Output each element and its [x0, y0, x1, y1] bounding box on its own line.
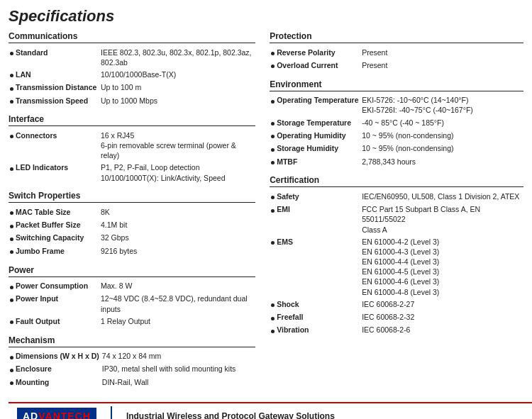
table-row: FreefallIEC 60068-2-32 — [270, 311, 523, 324]
spec-value: IEC/EN60950, UL508, Class 1 Division 2, … — [360, 190, 523, 203]
bullet-icon — [10, 286, 13, 289]
bullet-icon — [271, 52, 275, 55]
table-row: StandardIEEE 802.3, 802.3u, 802.3x, 802.… — [9, 46, 255, 68]
table-row: SafetyIEC/EN60950, UL508, Class 1 Divisi… — [270, 190, 523, 203]
table-row: MAC Table Size8K — [9, 206, 255, 218]
page-title: Specifications — [9, 7, 523, 26]
section-title-environment: Environment — [270, 79, 523, 91]
left-column: CommunicationsStandardIEEE 802.3, 802.3u… — [9, 31, 262, 389]
spec-label: Transmission Distance — [14, 82, 99, 94]
bullet-icon — [271, 330, 275, 333]
bullet-icon — [271, 161, 275, 164]
spec-value: 10 ~ 95% (non-condensing) — [360, 143, 523, 155]
bullet-icon — [10, 100, 13, 104]
spec-value: FCC Part 15 Subpart B Class A, EN 55011/… — [360, 203, 523, 236]
table-row: EnclosureIP30, metal shell with solid mo… — [9, 363, 255, 376]
spec-value: 8K — [99, 206, 255, 218]
spec-value: 9216 bytes — [99, 245, 255, 257]
bullet-icon — [10, 135, 13, 138]
table-row: Power ConsumptionMax. 8 W — [9, 280, 255, 293]
spec-table-communications: StandardIEEE 802.3, 802.3u, 802.3x, 802.… — [9, 46, 255, 107]
footer-tagline: Industrial Wireless and Protocol Gateway… — [126, 411, 335, 419]
table-row: MTBF2,788,343 hours — [270, 155, 523, 168]
right-column: ProtectionReverse PolarityPresentOverloa… — [262, 31, 523, 389]
spec-label: Transmission Speed — [14, 94, 99, 107]
spec-value: EKI-5726: -10~60°C (14~140°F)EKI-5726I: … — [360, 94, 523, 116]
table-row: Operating TemperatureEKI-5726: -10~60°C … — [270, 94, 523, 116]
spec-value: IEC 60068-2-6 — [360, 324, 523, 337]
footer-main: ADVANTECH Industrial Wireless and Protoc… — [9, 403, 532, 419]
spec-value: IEEE 802.3, 802.3u, 802.3x, 802.1p, 802.… — [99, 46, 255, 68]
table-row: Fault Output1 Relay Output — [9, 315, 255, 328]
table-row: Jumbo Frame9216 bytes — [9, 245, 255, 257]
two-col-layout: CommunicationsStandardIEEE 802.3, 802.3u… — [9, 31, 523, 389]
spec-label: Enclosure — [14, 363, 101, 376]
spec-label: Mounting — [14, 376, 101, 389]
bullet-icon — [271, 209, 275, 213]
table-row: Transmission DistanceUp to 100 m — [9, 82, 255, 94]
spec-table-mechanism: Dimensions (W x H x D)74 x 120 x 84 mmEn… — [9, 350, 255, 389]
spec-value: 16 x RJ456-pin removable screw terminal … — [99, 129, 255, 162]
spec-value: DIN-Rail, Wall — [101, 376, 255, 389]
spec-value: 74 x 120 x 84 mm — [101, 350, 255, 363]
spec-value: IP30, metal shell with solid mounting ki… — [101, 363, 255, 376]
spec-table-interface: Connectors16 x RJ456-pin removable screw… — [9, 129, 255, 184]
spec-label: Fault Output — [14, 315, 99, 328]
spec-label: Jumbo Frame — [14, 245, 99, 257]
spec-value: 12~48 VDC (8.4~52.8 VDC), redundant dual… — [99, 293, 255, 315]
bullet-icon — [10, 369, 13, 372]
spec-label: Operating Humidity — [275, 129, 360, 142]
bullet-icon — [10, 225, 13, 228]
spec-table-protection: Reverse PolarityPresentOverload CurrentP… — [270, 46, 523, 72]
spec-label: Power Input — [14, 293, 99, 315]
table-row: Power Input12~48 VDC (8.4~52.8 VDC), red… — [9, 293, 255, 315]
bullet-icon — [271, 65, 275, 68]
bullet-icon — [10, 167, 13, 171]
advantech-logo: ADVANTECH — [17, 408, 96, 419]
table-row: LAN10/100/1000Base-T(X) — [9, 68, 255, 81]
spec-label: MTBF — [275, 155, 360, 168]
spec-label: Switching Capacity — [14, 232, 99, 245]
bullet-icon — [10, 381, 13, 385]
section-title-protection: Protection — [270, 31, 523, 43]
spec-value: Present — [360, 59, 523, 72]
section-title-switch-properties: Switch Properties — [9, 191, 255, 203]
bullet-icon — [271, 135, 275, 138]
spec-label: LAN — [14, 68, 99, 81]
table-row: Switching Capacity32 Gbps — [9, 232, 255, 245]
page-wrapper: Specifications CommunicationsStandardIEE… — [0, 0, 532, 419]
table-row: VibrationIEC 60068-2-6 — [270, 324, 523, 337]
section-title-certification: Certification — [270, 175, 523, 187]
table-row: Dimensions (W x H x D)74 x 120 x 84 mm — [9, 350, 255, 363]
spec-label: Packet Buffer Size — [14, 219, 99, 232]
spec-label: Standard — [14, 46, 99, 68]
section-title-communications: Communications — [9, 31, 255, 43]
table-row: Operating Humidity10 ~ 95% (non-condensi… — [270, 129, 523, 142]
spec-label: EMI — [275, 203, 360, 236]
bullet-icon — [10, 211, 13, 215]
spec-table-certification: SafetyIEC/EN60950, UL508, Class 1 Divisi… — [270, 190, 523, 337]
spec-label: Operating Temperature — [275, 94, 360, 116]
spec-value: -40 ~ 85°C (-40 ~ 185°F) — [360, 116, 523, 129]
bullet-icon — [10, 250, 13, 254]
spec-label: MAC Table Size — [14, 206, 99, 218]
spec-value: 2,788,343 hours — [360, 155, 523, 168]
spec-label: Connectors — [14, 129, 99, 162]
spec-value: P1, P2, P-Fail, Loop detection10/100/100… — [99, 162, 255, 184]
table-row: ShockIEC 60068-2-27 — [270, 298, 523, 311]
table-row: EMIFCC Part 15 Subpart B Class A, EN 550… — [270, 203, 523, 236]
footer-divider — [111, 406, 112, 419]
bullet-icon — [271, 317, 275, 320]
table-row: EMSEN 61000-4-2 (Level 3)EN 61000-4-3 (L… — [270, 235, 523, 298]
table-row: Storage Humidity10 ~ 95% (non-condensing… — [270, 143, 523, 155]
spec-label: Storage Humidity — [275, 143, 360, 155]
spec-value: Up to 1000 Mbps — [99, 94, 255, 107]
spec-value: Max. 8 W — [99, 280, 255, 293]
bullet-icon — [271, 100, 275, 104]
spec-label: EMS — [275, 235, 360, 298]
spec-value: 4.1M bit — [99, 219, 255, 232]
spec-value: Up to 100 m — [99, 82, 255, 94]
spec-table-power: Power ConsumptionMax. 8 WPower Input12~4… — [9, 280, 255, 328]
spec-table-switch-properties: MAC Table Size8KPacket Buffer Size4.1M b… — [9, 206, 255, 257]
spec-label: Reverse Polarity — [275, 46, 360, 59]
